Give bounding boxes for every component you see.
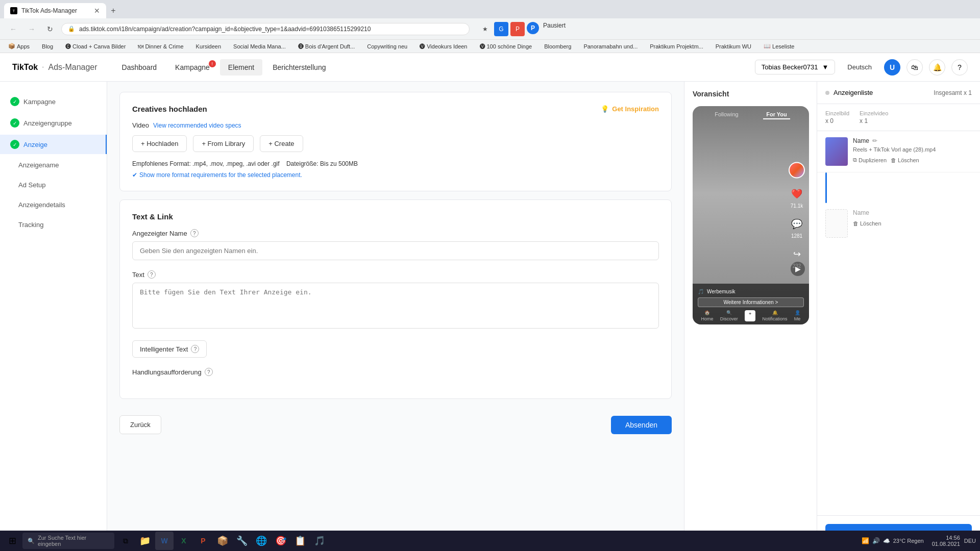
- phone-home-btn[interactable]: 🏠 Home: [701, 310, 714, 321]
- help-icon-btn[interactable]: ?: [951, 59, 968, 76]
- delete-btn-empty[interactable]: 🗑 Löschen: [853, 220, 972, 227]
- ext-btn-3[interactable]: P: [510, 22, 525, 36]
- taskbar-chrome[interactable]: 🌐: [252, 532, 271, 550]
- bell-icon-btn[interactable]: 🔔: [929, 59, 945, 76]
- taskbar-search-bar[interactable]: 🔍 Zur Suche Text hier eingeben: [22, 533, 114, 549]
- sidebar-item-anzeige[interactable]: ✓ Anzeige: [0, 135, 107, 154]
- text-textarea[interactable]: [132, 283, 659, 329]
- smart-text-button[interactable]: Intelligenter Text ?: [132, 340, 207, 358]
- bookmark-kurs[interactable]: Kursideen: [194, 42, 224, 51]
- sidebar-item-kampagne[interactable]: ✓ Kampagne: [0, 92, 107, 111]
- nav-berichterstellung[interactable]: Berichterstellung: [264, 59, 334, 76]
- active-tab[interactable]: T TikTok Ads-Manager ✕: [4, 3, 106, 18]
- bookmark-bois[interactable]: 🅑 Bois d'Argent Duft...: [296, 42, 357, 51]
- delete-label-empty: Löschen: [860, 220, 881, 227]
- upload-button[interactable]: + Hochladen: [132, 135, 187, 152]
- nav-forward-btn[interactable]: →: [24, 22, 39, 36]
- angezeigter-name-help-icon[interactable]: ?: [190, 229, 199, 237]
- for-you-tab[interactable]: For You: [763, 110, 790, 119]
- angezeigter-name-input[interactable]: [132, 241, 659, 260]
- bookmark-panorama[interactable]: Panoramabahn und...: [581, 42, 640, 51]
- sidebar-item-anzeigenname[interactable]: Anzeigename: [0, 156, 107, 174]
- view-specs-link[interactable]: View recommended video specs: [153, 122, 241, 129]
- sidebar-item-tracking[interactable]: Tracking: [0, 216, 107, 234]
- phone-me-btn[interactable]: 👤 Me: [794, 310, 801, 321]
- sidebar-item-anzeigengruppe[interactable]: ✓ Anzeigengruppe: [0, 113, 107, 133]
- video-text: Video: [132, 121, 149, 129]
- tray-volume-icon[interactable]: 🔊: [872, 537, 880, 544]
- taskbar-powerpoint[interactable]: P: [194, 532, 212, 550]
- get-inspiration-btn[interactable]: 💡 Get Inspiration: [601, 105, 659, 113]
- submit-button[interactable]: Absenden: [611, 416, 672, 434]
- new-tab-button[interactable]: +: [106, 4, 120, 18]
- bookmark-praktikum2[interactable]: Praktikum WU: [714, 42, 753, 51]
- taskbar-word[interactable]: W: [155, 532, 174, 550]
- bookmark-blog[interactable]: Blog: [40, 42, 55, 51]
- bookmark-bloomberg[interactable]: Bloomberg: [542, 42, 573, 51]
- bookmark-100[interactable]: 🅥 100 schöne Dinge: [478, 42, 534, 51]
- taskbar-search-text: Zur Suche Text hier eingeben: [38, 535, 109, 547]
- from-library-button[interactable]: + From Library: [193, 135, 254, 152]
- format-value: .mp4, .mov, .mpeg, .avi oder .gif: [192, 160, 280, 167]
- duplicate-btn[interactable]: ⧉ Duplizieren: [853, 157, 887, 163]
- nav-kampagne[interactable]: Kampagne !: [167, 59, 218, 76]
- user-avatar[interactable]: U: [884, 59, 900, 76]
- header-nav: Dashboard Kampagne ! Element Berichterst…: [114, 59, 739, 76]
- phone-notif-btn[interactable]: 🔔 Notifications: [763, 310, 788, 321]
- ext-btn-1[interactable]: ★: [478, 22, 492, 36]
- bookmark-social[interactable]: Social Media Mana...: [231, 42, 288, 51]
- taskbar-app8[interactable]: 🎯: [272, 532, 290, 550]
- sidebar-item-anzeigendetails[interactable]: Anzeigendetails: [0, 196, 107, 214]
- plus-icon: +: [749, 311, 751, 316]
- bookmark-apps[interactable]: 📦 Apps: [6, 42, 32, 51]
- bookmark-videokurs[interactable]: 🅥 Videokurs Ideen: [418, 42, 469, 51]
- profile-btn[interactable]: P: [527, 22, 539, 34]
- ad-name-header: Name ✏: [853, 137, 972, 144]
- bookmark-canva[interactable]: 🅒 Cload + Canva Bilder: [63, 42, 128, 51]
- nav-dashboard[interactable]: Dashboard: [114, 59, 165, 76]
- lang-selector[interactable]: Deutsch: [841, 60, 878, 74]
- taskbar-excel[interactable]: X: [175, 532, 193, 550]
- account-selector[interactable]: Tobias Becker0731 ▼: [755, 60, 835, 74]
- phone-cta-bar[interactable]: Weitere Informationen >: [698, 297, 804, 307]
- text-help-icon[interactable]: ?: [148, 270, 156, 279]
- bookmark-dinner[interactable]: 🍽 Dinner & Crime: [136, 42, 185, 51]
- create-button[interactable]: + Create: [260, 135, 303, 152]
- taskbar-app9[interactable]: 📋: [291, 532, 309, 550]
- taskbar-app5[interactable]: 📦: [213, 532, 232, 550]
- bookmark-copywriting[interactable]: Copywriting neu: [365, 42, 409, 51]
- smart-text-help-icon[interactable]: ?: [191, 345, 199, 353]
- profile-name[interactable]: Pausiert: [541, 22, 568, 36]
- nav-refresh-btn[interactable]: ↻: [43, 22, 57, 36]
- inspiration-label: Get Inspiration: [612, 105, 659, 113]
- tray-weather-icon: ☁️: [883, 538, 890, 544]
- cart-icon-btn[interactable]: 🛍: [906, 59, 923, 76]
- ad-edit-icon[interactable]: ✏: [872, 137, 877, 144]
- phone-discover-btn[interactable]: 🔍 Discover: [720, 310, 738, 321]
- sidebar-item-adsetup[interactable]: Ad Setup: [0, 176, 107, 194]
- ext-btn-2[interactable]: G: [494, 22, 508, 36]
- nav-back-btn[interactable]: ←: [6, 22, 20, 36]
- ads-panel-header-row: Anzeigenliste Insgesamt x 1: [817, 82, 980, 104]
- play-btn-overlay[interactable]: ▶: [791, 262, 805, 276]
- taskbar-app6[interactable]: 🔧: [233, 532, 251, 550]
- back-button[interactable]: Zurück: [119, 415, 161, 434]
- bookmark-praktikum1[interactable]: Praktikum Projektm...: [648, 42, 705, 51]
- start-button[interactable]: ⊞: [4, 533, 20, 549]
- handlung-help-icon[interactable]: ?: [205, 368, 213, 376]
- show-more-link[interactable]: ✔ Show more format requirements for the …: [132, 171, 659, 179]
- tab-close-icon[interactable]: ✕: [94, 7, 100, 15]
- phone-comment-action[interactable]: 💬 1281: [789, 216, 805, 239]
- taskbar-taskview[interactable]: ⧉: [116, 532, 135, 550]
- phone-nav-bar: 🏠 Home 🔍 Discover + 🔔 Notifications: [698, 308, 804, 323]
- address-bar[interactable]: 🔒 ads.tiktok.com/i18n/campaign/ad/creati…: [61, 23, 470, 35]
- phone-add-btn[interactable]: +: [745, 310, 755, 321]
- following-tab[interactable]: Following: [712, 110, 741, 119]
- taskbar-explorer[interactable]: 📁: [136, 532, 154, 550]
- taskbar-app10[interactable]: 🎵: [310, 532, 329, 550]
- tray-network-icon[interactable]: 📶: [862, 537, 869, 544]
- nav-element[interactable]: Element: [220, 59, 262, 76]
- delete-btn-1[interactable]: 🗑 Löschen: [891, 157, 919, 163]
- bookmark-leseliste[interactable]: 📖 Leseliste: [762, 42, 796, 51]
- phone-like-action[interactable]: ❤️ 71.1k: [789, 186, 805, 209]
